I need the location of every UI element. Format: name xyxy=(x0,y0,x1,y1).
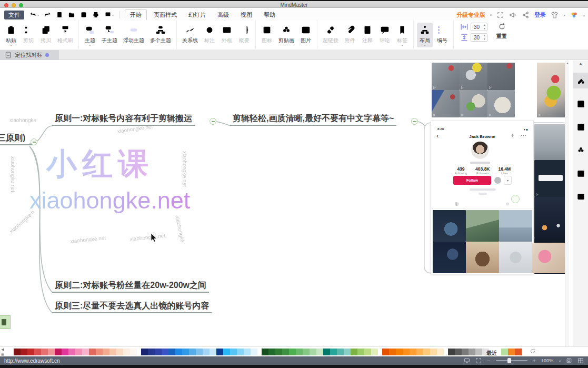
sidebar-outline-list-icon[interactable] xyxy=(573,96,588,112)
color-swatch[interactable] xyxy=(430,349,437,355)
color-swatch[interactable] xyxy=(310,349,316,355)
presentation-icon[interactable] xyxy=(464,357,470,364)
redo-icon[interactable] xyxy=(44,11,51,18)
boundary-button[interactable]: 外框 xyxy=(219,23,235,45)
layout-button[interactable]: 布局▾ xyxy=(417,23,433,47)
color-swatch[interactable] xyxy=(27,349,34,355)
cut-button[interactable]: 剪切 xyxy=(21,23,36,45)
login-link[interactable]: 登录 xyxy=(534,11,546,19)
topic-editing-note[interactable]: 剪辑轻松,画质清晰,最好不要有中文字幕等~ xyxy=(230,114,396,126)
theme-skin-icon[interactable] xyxy=(551,11,559,19)
color-swatch[interactable] xyxy=(14,349,21,355)
picture-button[interactable]: 图片 xyxy=(298,23,314,45)
color-swatch[interactable] xyxy=(96,349,103,355)
comment-button[interactable]: 评论 xyxy=(377,23,393,45)
color-swatch[interactable] xyxy=(116,349,123,355)
ribbon-tab-4[interactable]: 视图 xyxy=(236,10,257,20)
announcement-icon[interactable] xyxy=(509,11,517,19)
collapse-button-root[interactable] xyxy=(31,138,37,145)
export-icon[interactable]: ▾ xyxy=(104,11,114,18)
skin-caret-icon[interactable]: ▾ xyxy=(564,13,565,17)
topic-principle-3[interactable]: 原则三:尽量不要去选真人出镜的账号内容 xyxy=(52,301,212,313)
color-swatch[interactable] xyxy=(316,349,323,355)
sidebar-layout-panel-icon[interactable] xyxy=(573,188,588,204)
sidebar-icon-library-icon[interactable] xyxy=(573,119,588,135)
color-swatch[interactable] xyxy=(189,349,196,355)
color-swatch[interactable] xyxy=(475,349,482,355)
color-swatch[interactable] xyxy=(357,349,364,355)
color-swatch[interactable] xyxy=(103,349,109,355)
color-swatch[interactable] xyxy=(237,349,244,355)
ribbon-tab-0[interactable]: 开始 xyxy=(125,9,147,21)
color-swatch[interactable] xyxy=(223,349,230,355)
printer-icon[interactable] xyxy=(92,11,99,18)
open-folder-icon[interactable] xyxy=(68,11,75,18)
color-swatch[interactable] xyxy=(130,349,137,355)
canvas-vertical-scrollbar[interactable]: ▲ xyxy=(565,61,569,346)
clipart-button[interactable]: 剪贴画 xyxy=(276,23,296,45)
color-swatch[interactable] xyxy=(48,349,55,355)
tag-button[interactable]: 标签▾ xyxy=(394,23,410,47)
color-swatch[interactable] xyxy=(216,349,223,355)
fit-to-screen-icon[interactable] xyxy=(475,357,482,364)
attachment-button[interactable]: 附件 xyxy=(342,23,358,45)
palette-refresh-icon[interactable] xyxy=(530,348,536,354)
topic-principle-1[interactable]: 原则一:对标账号内容有利于剪辑搬运 xyxy=(52,114,195,126)
zoom-out-button[interactable]: − xyxy=(487,358,490,363)
format-painter-button[interactable]: 格式刷 xyxy=(55,23,75,45)
color-swatch[interactable] xyxy=(175,349,182,355)
sidebar-task-check-icon[interactable] xyxy=(573,165,588,181)
color-swatch[interactable] xyxy=(244,349,251,355)
color-swatch[interactable] xyxy=(141,349,148,355)
zoom-slider[interactable] xyxy=(496,360,527,361)
zoom-caret-icon[interactable]: ▾ xyxy=(559,359,561,363)
share-icon[interactable] xyxy=(522,11,530,19)
topic-principle-2[interactable]: 原则二:对标账号粉丝量在20w-200w之间 xyxy=(52,281,209,293)
color-swatch[interactable] xyxy=(109,349,116,355)
color-swatch[interactable] xyxy=(351,349,357,355)
color-swatch[interactable] xyxy=(41,349,48,355)
color-swatch[interactable] xyxy=(469,349,475,355)
color-swatch[interactable] xyxy=(262,349,268,355)
color-swatch[interactable] xyxy=(389,349,396,355)
color-swatch[interactable] xyxy=(323,349,330,355)
color-swatch[interactable] xyxy=(455,349,462,355)
color-swatch[interactable] xyxy=(203,349,210,355)
color-swatch[interactable] xyxy=(289,349,296,355)
color-swatch[interactable] xyxy=(448,349,455,355)
color-swatch[interactable] xyxy=(155,349,162,355)
subtopic-button[interactable]: 子主题 xyxy=(99,23,119,45)
mark-button[interactable]: 图标 xyxy=(259,23,275,45)
copy-button[interactable]: 拷贝 xyxy=(38,23,54,45)
color-swatch[interactable] xyxy=(182,349,189,355)
color-swatch[interactable] xyxy=(55,349,62,355)
color-swatch[interactable] xyxy=(210,349,216,355)
color-swatch[interactable] xyxy=(62,349,68,355)
color-swatch[interactable] xyxy=(416,349,423,355)
color-swatch[interactable] xyxy=(396,349,403,355)
collapse-button-media[interactable] xyxy=(511,195,520,203)
file-menu-button[interactable]: 文件 xyxy=(4,11,24,19)
v-spacing-stepper[interactable]: ▲▼ xyxy=(483,34,486,41)
new-doc-icon[interactable] xyxy=(56,11,63,18)
h-spacing-stepper[interactable]: ▲▼ xyxy=(483,23,486,31)
upgrade-pro-link[interactable]: 升级专业版 xyxy=(456,11,485,19)
sidebar-style-finder-icon[interactable] xyxy=(573,73,588,88)
color-swatch[interactable] xyxy=(296,349,303,355)
tag-caret-icon[interactable]: ▾ xyxy=(401,44,403,46)
recent-color-swatch[interactable] xyxy=(501,349,508,355)
color-swatch[interactable] xyxy=(282,349,289,355)
hyperlink-button[interactable]: 超链接 xyxy=(321,23,341,45)
recent-color-swatch[interactable] xyxy=(515,349,522,355)
color-swatch[interactable] xyxy=(382,349,389,355)
pan-window-icon[interactable] xyxy=(566,357,572,364)
scroll-up-icon[interactable]: ▲ xyxy=(566,62,569,65)
ribbon-tab-2[interactable]: 幻灯片 xyxy=(184,10,211,20)
color-swatch[interactable] xyxy=(364,349,371,355)
color-swatch[interactable] xyxy=(89,349,96,355)
color-swatch[interactable] xyxy=(275,349,282,355)
vertical-spacing-input[interactable]: 30 ▲▼ xyxy=(471,33,487,42)
color-swatch[interactable] xyxy=(196,349,203,355)
color-swatch[interactable] xyxy=(268,349,275,355)
color-swatch[interactable] xyxy=(68,349,75,355)
